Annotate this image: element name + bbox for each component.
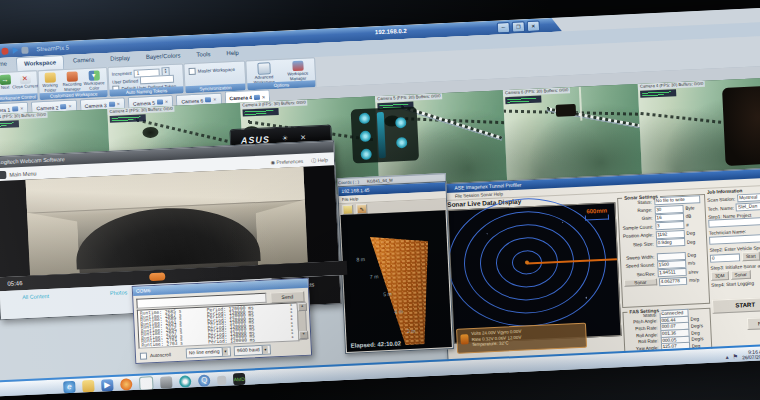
ping-button[interactable]: PING [747,316,760,330]
mediaplayer-icon[interactable]: ▶ [101,379,114,392]
disc-icon[interactable] [179,375,192,388]
working-folder-icon [44,72,55,83]
range-label: 5 m [383,291,392,297]
tab-photos[interactable]: Photos [110,289,127,296]
tray-chevron-icon[interactable]: ▴ [725,352,728,359]
crawler-wheel [396,137,408,149]
field-unit: Deg [687,239,705,245]
field-value[interactable]: 0.9deg [656,238,686,247]
group-customized-workspace: Working Folder Recording Manager ▾ Works… [37,67,108,101]
range-label: 2 m [407,328,416,334]
close-current-button[interactable]: ✕ Close Current [12,73,39,90]
advanced-workspace-icon [257,62,271,75]
recording-timer: 05:46 [7,280,22,287]
workspace-color-button[interactable]: ▾ Workspace Color [81,70,108,91]
brightness-icon[interactable]: ☀ [282,134,289,142]
close-button[interactable]: ✕ [527,21,541,33]
window-icon[interactable] [139,376,154,391]
record-button[interactable] [149,272,165,281]
amd-icon[interactable]: AMD [233,373,246,386]
ie-icon[interactable]: e [63,381,76,394]
tool-icon[interactable]: ✎ [356,203,367,214]
field-value[interactable]: 4.062778 [659,277,688,286]
autoscroll-label: Autoscroll [150,352,171,358]
ribbon-tab[interactable]: Tools [189,48,218,63]
monitor-photo: StreamPix 5 192.168.0.2 ─ ❐ ✕ HomeWorksp… [0,0,760,400]
camera-tab-label: Camera 3 [85,102,107,109]
range-label: 8 m [356,256,365,262]
close-current-icon: ✕ [19,74,30,85]
workspace-color-icon: ▾ [88,70,99,81]
sonar-settings-group: Sonar Settings Status: No file to write … [617,194,710,308]
technician-input[interactable] [709,234,760,245]
tunnel-image [25,167,308,276]
preferences-button[interactable]: ◉ Preferences [270,157,303,165]
close-icon[interactable]: ✕ [68,104,72,109]
camera-tab-label: Camera 5 [133,99,155,106]
close-icon[interactable]: ✕ [117,101,121,106]
baud-select[interactable]: 9600 baud▼ [234,345,272,357]
field-unit: Deg/s [691,323,709,329]
chain [638,110,733,125]
timestamp-overlay [242,108,278,117]
camera-icon [60,104,66,109]
field-label: Step Size: [622,241,654,247]
quick-access-toolbar [0,46,29,55]
scroll-down-icon[interactable]: ▼ [299,331,308,339]
ribbon-tab[interactable]: Help [219,46,246,61]
record-icon[interactable] [1,47,8,54]
play-icon[interactable] [11,47,18,54]
restore-button[interactable]: ❐ [512,21,526,33]
camera-icon [109,102,115,107]
master-workspace-checkbox[interactable] [188,68,195,75]
help-button[interactable]: ⓘ Help [311,156,328,163]
app-icon[interactable] [217,375,226,384]
close-icon[interactable]: ✕ [262,94,266,99]
workspace-manager-button[interactable]: Workspace Manager [282,60,313,82]
main-menu-button[interactable]: Main Menu [9,170,36,177]
taskbar-icons: e ▶ Q AMD [63,372,245,395]
chevron-down-icon: ▼ [221,348,228,356]
init-sonar-button[interactable]: Sonar [730,269,751,279]
firefox-icon[interactable] [120,378,133,391]
start-speed-button[interactable]: Start [742,252,760,262]
field-unit: Byte [685,205,703,211]
open-icon[interactable] [342,204,353,215]
app-title: StreamPix 5 [36,45,69,53]
tab-all-content[interactable]: All Content [22,293,49,300]
network-icon[interactable]: ⚑ [732,352,738,359]
anchor-blob [142,127,159,139]
close-icon[interactable]: ✕ [300,133,306,141]
minimize-button[interactable]: ─ [497,22,511,34]
camera-icon [157,99,163,104]
increment-label: Increment [112,71,132,77]
taskbar-clock[interactable]: 9:16 AM 26/07/2011 [742,349,760,361]
workspace-manager-icon [292,61,303,72]
autoscroll-checkbox[interactable] [140,352,147,359]
quicktime-icon[interactable]: Q [198,374,211,387]
telemetry-icon [460,334,468,344]
camera-icon[interactable] [160,376,173,389]
init-3dm-button[interactable]: 3DM [711,270,729,280]
camera-feed: Camera 4 (FPS: 30) Buffers: 0/0/0 [638,77,760,180]
close-icon[interactable]: ✕ [165,99,169,104]
folder-icon[interactable] [82,380,95,393]
scroll-up-icon[interactable]: ▲ [298,303,307,311]
scrollbar[interactable]: ▲ ▼ [297,302,308,340]
close-icon[interactable]: ✕ [213,97,217,102]
field-unit: # [686,222,704,228]
scan-station-value[interactable]: Montreal [737,192,760,202]
tunnel-wingwall [27,210,80,276]
tech-name-value[interactable]: Stel_Dan [736,201,760,211]
next-icon: → [0,75,11,86]
field-label: Sec/Rev: [624,271,656,277]
pen-icon[interactable] [21,46,28,53]
speed-input[interactable]: 0 [710,253,740,262]
crawler-wheel [359,113,371,125]
dark-equipment [722,85,760,166]
close-icon[interactable]: ✕ [20,106,24,111]
rope [578,87,582,121]
group-synchronization: Master Workspace Synchronization [183,60,246,94]
line-ending-select[interactable]: No line ending▼ [186,346,232,358]
start-logging-button[interactable]: START [712,297,760,314]
